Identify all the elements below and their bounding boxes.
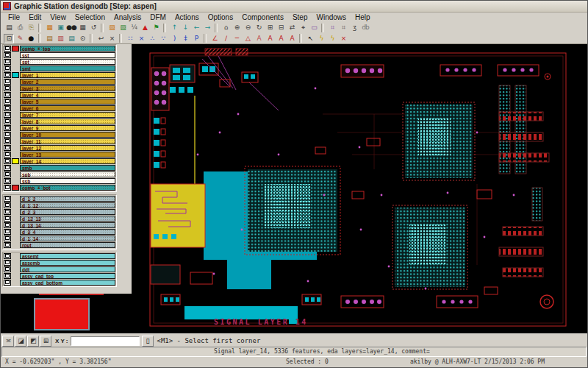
layers-button[interactable]: ▧ bbox=[118, 23, 128, 32]
measure-line-button[interactable]: ─ bbox=[232, 34, 242, 43]
layer-row[interactable]: smt bbox=[4, 66, 115, 71]
layer-name[interactable]: layer_8 bbox=[20, 118, 115, 124]
layer-visibility-checkbox[interactable] bbox=[4, 236, 11, 241]
arc-button[interactable]: ) bbox=[169, 34, 179, 43]
layer-row[interactable]: rout bbox=[4, 242, 115, 248]
clip-area-button[interactable]: ◪ bbox=[15, 336, 26, 347]
layer-name[interactable]: layer_3 bbox=[20, 85, 115, 91]
layer-name[interactable]: d_3_4 bbox=[20, 229, 115, 235]
menu-item-help[interactable]: Help bbox=[351, 13, 375, 21]
grid-purple-button[interactable]: ⌗ bbox=[327, 23, 337, 32]
print-button[interactable]: ⎙ bbox=[15, 23, 25, 32]
layer-name[interactable]: layer_6 bbox=[20, 105, 115, 111]
menu-item-dfm[interactable]: DFM bbox=[146, 13, 171, 21]
cursor-button[interactable]: ↖ bbox=[305, 34, 315, 43]
layer-row[interactable]: d_12_13 bbox=[4, 216, 115, 222]
arrow-up-button[interactable]: ↑ bbox=[169, 23, 179, 32]
layer-visibility-checkbox[interactable] bbox=[4, 79, 11, 85]
layer-name[interactable]: layer_14 bbox=[20, 158, 115, 164]
matrix-button[interactable]: ▦ bbox=[77, 23, 87, 32]
save-button[interactable]: ▤ bbox=[4, 23, 14, 32]
title-bar[interactable]: Graphic Station designodb [Step: aspen] bbox=[1, 1, 587, 13]
layer-name[interactable]: d_1_2 bbox=[20, 196, 115, 202]
layer-row[interactable]: layer_5 bbox=[4, 99, 115, 105]
layer-visibility-checkbox[interactable] bbox=[4, 273, 11, 279]
layer-row[interactable]: assy_cad_bottom bbox=[4, 280, 115, 286]
layer-name[interactable]: ssb bbox=[20, 178, 115, 184]
layer-name[interactable]: comp_+_top bbox=[20, 46, 115, 52]
layer-name[interactable]: d_12_13 bbox=[20, 216, 115, 222]
add-vertex-button[interactable]: ∴ bbox=[147, 34, 157, 43]
pads-top-button[interactable]: ▤ bbox=[44, 34, 54, 43]
find-net-button[interactable]: ⌖ bbox=[298, 23, 308, 32]
layer-visibility-checkbox[interactable] bbox=[4, 46, 11, 52]
layer-visibility-checkbox[interactable] bbox=[4, 196, 11, 202]
zoom-out-button[interactable]: ⊖ bbox=[243, 23, 253, 32]
menu-item-view[interactable]: View bbox=[46, 13, 71, 21]
menu-item-actions[interactable]: Actions bbox=[171, 13, 204, 21]
tile-windows-button[interactable]: ⊞ bbox=[265, 23, 275, 32]
layer-name[interactable]: layer_7 bbox=[20, 112, 115, 118]
menu-item-windows[interactable]: Windows bbox=[312, 13, 351, 21]
layer-visibility-checkbox[interactable] bbox=[4, 178, 11, 184]
layer-row[interactable]: d_3_4 bbox=[4, 229, 115, 235]
layer-row[interactable]: layer_3 bbox=[4, 85, 115, 91]
zoom-in-button[interactable]: ⊕ bbox=[232, 23, 242, 32]
pcb-canvas[interactable]: SIGNAL LAYER 14 bbox=[132, 44, 587, 334]
layer-name[interactable]: smb bbox=[20, 165, 115, 171]
board-preview-panel[interactable] bbox=[1, 294, 132, 334]
menu-item-edit[interactable]: Edit bbox=[24, 13, 46, 21]
layer-visibility-checkbox[interactable] bbox=[4, 253, 11, 259]
layer-visibility-checkbox[interactable] bbox=[4, 85, 11, 91]
layer-row[interactable]: layer_9 bbox=[4, 125, 115, 131]
layer-row[interactable]: spt bbox=[4, 59, 115, 65]
layer-name[interactable]: comp_+_bot bbox=[20, 185, 115, 191]
layer-name[interactable]: layer_11 bbox=[20, 138, 115, 144]
layer-visibility-checkbox[interactable] bbox=[4, 125, 11, 131]
step-repeat-button[interactable]: ▨ bbox=[107, 23, 117, 32]
undo-button[interactable]: ↩ bbox=[96, 34, 106, 43]
menu-item-selection[interactable]: Selection bbox=[71, 13, 110, 21]
layer-row[interactable]: ssb bbox=[4, 178, 115, 184]
menu-item-analysis[interactable]: Analysis bbox=[110, 13, 146, 21]
layer-visibility-checkbox[interactable] bbox=[4, 52, 11, 58]
clear-highlight-button[interactable]: × bbox=[338, 34, 348, 43]
layer-visibility-checkbox[interactable] bbox=[4, 165, 11, 171]
layer-name[interactable]: d_1_12 bbox=[20, 202, 115, 208]
layer-name[interactable]: ddt bbox=[20, 266, 115, 272]
cascade-windows-button[interactable]: ⊟ bbox=[276, 23, 286, 32]
layer-visibility-checkbox[interactable] bbox=[4, 171, 11, 177]
snap-pad-button[interactable]: ‡ bbox=[180, 34, 190, 43]
highlight-comp-button[interactable]: ϟ bbox=[327, 34, 337, 43]
select-points-button[interactable]: ∷ bbox=[125, 34, 135, 43]
layer-row[interactable]: layer_1 bbox=[4, 72, 115, 78]
pads-mark-button[interactable]: ▥ bbox=[55, 34, 65, 43]
layer-name[interactable]: layer_1 bbox=[20, 72, 115, 78]
layer-name[interactable]: assemt bbox=[20, 253, 115, 259]
layer-visibility-checkbox[interactable] bbox=[4, 185, 11, 191]
layer-visibility-checkbox[interactable] bbox=[4, 66, 11, 71]
layer-visibility-checkbox[interactable] bbox=[4, 242, 11, 248]
move-vertex-button[interactable]: ∵ bbox=[158, 34, 168, 43]
layer-table-button[interactable]: ▦ bbox=[44, 23, 54, 32]
layer-row[interactable]: assy_cad_top bbox=[4, 273, 115, 279]
layer-row[interactable]: layer_12 bbox=[4, 145, 115, 151]
layer-name[interactable]: assemb bbox=[20, 260, 115, 266]
layer-visibility-checkbox[interactable] bbox=[4, 112, 11, 118]
menu-item-file[interactable]: File bbox=[4, 13, 24, 21]
layer-visibility-checkbox[interactable] bbox=[4, 209, 11, 215]
draw-erase-button[interactable]: ✎ bbox=[15, 34, 25, 43]
layer-name[interactable]: layer_9 bbox=[20, 125, 115, 131]
layer-row[interactable]: spb bbox=[4, 171, 115, 177]
layer-row[interactable]: assemb bbox=[4, 260, 115, 266]
text-filled-button[interactable]: A bbox=[265, 34, 275, 43]
zoom-previous-button[interactable]: ↻ bbox=[254, 23, 264, 32]
layer-name[interactable]: sst bbox=[20, 52, 115, 58]
route-pad-button[interactable]: P bbox=[191, 34, 201, 43]
layer-name[interactable]: d_1_14 bbox=[20, 236, 115, 241]
layer-name[interactable]: assy_cad_bottom bbox=[20, 280, 115, 286]
eye-button[interactable]: ⊙ bbox=[77, 34, 87, 43]
grid-button[interactable]: ⌗ bbox=[338, 23, 348, 32]
layer-visibility-checkbox[interactable] bbox=[4, 105, 11, 111]
layer-name[interactable]: smt bbox=[20, 66, 115, 71]
